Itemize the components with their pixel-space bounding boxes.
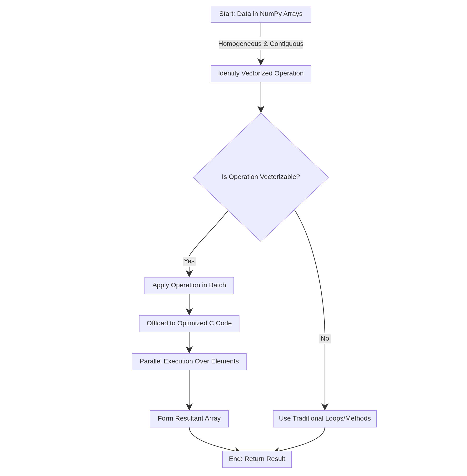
node-form-result: Form Resultant Array (150, 411, 229, 427)
node-start-label: Start: Data in NumPy Arrays (219, 10, 302, 17)
node-identify: Identify Vectorized Operation (211, 65, 311, 82)
svg-text:End: Return Result: End: Return Result (229, 455, 285, 463)
svg-text:No: No (321, 335, 329, 342)
edge-label-C-D: Yes (184, 257, 195, 265)
node-end: End: Return Result (222, 451, 292, 468)
node-traditional-label: Use Traditional Loops/Methods (279, 415, 371, 422)
node-start: Start: Data in NumPy Arrays (211, 6, 311, 23)
svg-text:Identify Vectorized Operation: Identify Vectorized Operation (218, 69, 304, 77)
edge-H-I (274, 427, 325, 452)
node-apply-batch: Apply Operation in Batch (145, 277, 234, 294)
svg-text:Use Traditional Loops/Methods: Use Traditional Loops/Methods (279, 415, 371, 422)
flowchart-canvas: Homogeneous & Contiguous Yes No (0, 0, 467, 476)
svg-text:Apply Operation in Batch: Apply Operation in Batch (152, 281, 226, 289)
edge-label-A-B: Homogeneous & Contiguous (218, 40, 303, 47)
edge-C-D: Yes (183, 207, 231, 276)
node-form-result-label: Form Resultant Array (158, 415, 221, 422)
node-offload-c-label: Offload to Optimized C Code (147, 319, 232, 327)
node-parallel-label: Parallel Execution Over Elements (140, 358, 239, 365)
svg-text:Yes: Yes (184, 257, 195, 265)
node-apply-batch-label: Apply Operation in Batch (152, 281, 226, 289)
edge-C-H: No (293, 207, 331, 409)
node-decision: Is Operation Vectorizable? (193, 113, 328, 242)
node-parallel: Parallel Execution Over Elements (132, 353, 246, 370)
edge-G-I (189, 427, 240, 452)
node-offload-c: Offload to Optimized C Code (139, 315, 239, 332)
node-identify-label: Identify Vectorized Operation (218, 69, 304, 77)
svg-text:Is Operation Vectorizable?: Is Operation Vectorizable? (222, 173, 300, 180)
node-traditional: Use Traditional Loops/Methods (273, 411, 376, 427)
node-end-label: End: Return Result (229, 455, 285, 463)
svg-text:Start: Data in NumPy Arrays: Start: Data in NumPy Arrays (219, 10, 302, 17)
svg-text:Parallel Execution Over Elemen: Parallel Execution Over Elements (140, 358, 239, 365)
edge-A-B: Homogeneous & Contiguous (218, 23, 303, 64)
svg-text:Form Resultant Array: Form Resultant Array (158, 415, 221, 422)
edge-label-C-H: No (321, 335, 329, 342)
svg-text:Offload to Optimized C Code: Offload to Optimized C Code (147, 319, 232, 327)
node-decision-label: Is Operation Vectorizable? (222, 173, 300, 180)
svg-text:Homogeneous & Contiguous: Homogeneous & Contiguous (218, 40, 303, 47)
